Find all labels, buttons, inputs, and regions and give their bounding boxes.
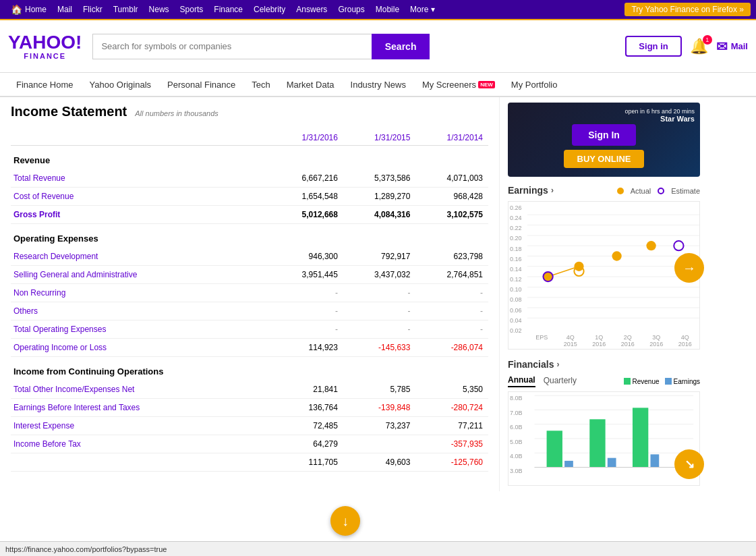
financials-arrow[interactable]: › xyxy=(556,360,559,369)
bar-chart-svg xyxy=(508,392,699,485)
financials-chart-wrapper: 8.0B 7.0B 6.0B 5.0B 4.0B 3.0B xyxy=(508,391,700,486)
subnav-yahoo-originals[interactable]: Yahoo Originals xyxy=(82,73,160,96)
nav-sports[interactable]: Sports xyxy=(175,0,209,19)
row-label[interactable]: Total Other Income/Expenses Net xyxy=(11,381,270,399)
subnav-tech[interactable]: Tech xyxy=(243,73,278,96)
row-label[interactable]: Earnings Before Interest and Taxes xyxy=(11,399,270,417)
nav-mail[interactable]: Mail xyxy=(52,0,78,19)
down-right-arrow-icon: ↘ xyxy=(685,457,695,472)
nav-more[interactable]: More ▾ xyxy=(405,0,440,19)
buy-online-button[interactable]: BUY ONLINE xyxy=(564,150,645,168)
section-operating: Operating Expenses xyxy=(11,224,488,248)
nav-home[interactable]: 🏠 Home xyxy=(5,0,52,19)
row-label[interactable]: Income Before Tax xyxy=(11,435,270,453)
nav-tumblr[interactable]: Tumblr xyxy=(108,0,144,19)
nav-firefox[interactable]: Try Yahoo Finance on Firefox » xyxy=(624,3,751,16)
subnav-personal-finance[interactable]: Personal Finance xyxy=(159,73,243,96)
table-row: Earnings Before Interest and Taxes 136,7… xyxy=(11,399,488,417)
numbers-note: All numbers in thousands xyxy=(135,109,219,117)
financials-section: Financials › Annual Quarterly Revenue xyxy=(508,359,700,486)
subnav-market-data[interactable]: Market Data xyxy=(279,73,343,96)
top-navigation: 🏠 Home Mail Flickr Tumblr News Sports Fi… xyxy=(0,0,756,20)
ad-text: open in 6 hrs and 20 mins Star Wars xyxy=(624,108,695,123)
row-label[interactable]: Others xyxy=(11,302,270,321)
subnav-my-screeners[interactable]: My Screeners NEW xyxy=(414,73,503,96)
notification-badge: 1 xyxy=(703,35,712,45)
table-row: Selling General and Administrative 3,951… xyxy=(11,266,488,284)
nav-celebrity[interactable]: Celebrity xyxy=(248,0,291,19)
bar-earnings-2 xyxy=(608,458,616,468)
financials-tabs: Annual Quarterly Revenue Earnings xyxy=(508,375,700,387)
nav-flickr[interactable]: Flickr xyxy=(78,0,108,19)
subnav-my-portfolio[interactable]: My Portfolio xyxy=(503,73,566,96)
income-table: 1/31/2016 1/31/2015 1/31/2014 Revenue To… xyxy=(11,130,488,472)
row-label[interactable]: Non Recurring xyxy=(11,284,270,302)
table-row: Total Other Income/Expenses Net 21,841 5… xyxy=(11,381,488,399)
table-row: Operating Income or Loss 114,923 -145,63… xyxy=(11,339,488,357)
main-layout: Income Statement All numbers in thousand… xyxy=(0,97,756,491)
yahoo-logo[interactable]: YAHOO! FINANCE xyxy=(8,33,82,60)
search-input[interactable] xyxy=(92,34,371,59)
new-badge: NEW xyxy=(478,81,495,88)
earnings-svg xyxy=(527,204,699,339)
col-header-label xyxy=(11,130,270,146)
ad-banner: open in 6 hrs and 20 mins Star Wars Sign… xyxy=(508,103,700,177)
row-label xyxy=(11,453,270,472)
sign-in-button[interactable]: Sign in xyxy=(625,36,681,57)
row-label[interactable]: Interest Expense xyxy=(11,417,270,435)
notification-bell[interactable]: 🔔 1 xyxy=(690,38,708,55)
nav-news[interactable]: News xyxy=(144,0,175,19)
section-revenue-label: Revenue xyxy=(11,146,270,170)
header-right: Sign in 🔔 1 ✉ Mail xyxy=(625,36,748,57)
content-area: Income Statement All numbers in thousand… xyxy=(0,97,499,491)
row-label[interactable]: Operating Income or Loss xyxy=(11,339,270,357)
bar-revenue-1 xyxy=(547,430,562,467)
actual-dot xyxy=(617,188,624,194)
bar-revenue-3 xyxy=(633,408,648,467)
col-header-2016: 1/31/2016 xyxy=(270,130,343,146)
tab-quarterly[interactable]: Quarterly xyxy=(544,376,577,387)
table-row: Cost of Revenue 1,654,548 1,289,270 968,… xyxy=(11,188,488,206)
ad-signin-button[interactable]: Sign In xyxy=(572,124,636,146)
row-label[interactable]: Gross Profit xyxy=(11,206,270,224)
search-button[interactable]: Search xyxy=(372,34,430,59)
row-label[interactable]: Cost of Revenue xyxy=(11,188,270,206)
earnings-next-button[interactable]: → xyxy=(674,253,704,283)
bar-earnings-3 xyxy=(651,454,660,467)
actual-dot-2q2016[interactable] xyxy=(612,251,621,260)
nav-groups[interactable]: Groups xyxy=(332,0,370,19)
tab-annual[interactable]: Annual xyxy=(508,375,535,387)
nav-finance[interactable]: Finance xyxy=(208,0,248,19)
subnav-finance-home[interactable]: Finance Home xyxy=(8,73,82,96)
chart-y-labels: 0.26 0.24 0.22 0.20 0.18 0.16 0.14 0.12 … xyxy=(510,204,522,334)
earnings-legend: Actual Estimate xyxy=(617,187,700,195)
earnings-chart: 0.26 0.24 0.22 0.20 0.18 0.16 0.14 0.12 … xyxy=(508,201,700,350)
row-label[interactable]: Total Operating Expenses xyxy=(11,321,270,339)
row-label[interactable]: Research Development xyxy=(11,248,270,266)
subnav-industry-news[interactable]: Industry News xyxy=(343,73,414,96)
section-continuing: Income from Continuing Operations xyxy=(11,357,488,381)
table-row: Gross Profit 5,012,668 4,084,316 3,102,5… xyxy=(11,206,488,224)
col-header-2015: 1/31/2015 xyxy=(343,130,416,146)
nav-mobile[interactable]: Mobile xyxy=(370,0,405,19)
section-continuing-label: Income from Continuing Operations xyxy=(11,357,270,381)
finance-wordmark: FINANCE xyxy=(24,52,66,60)
bar-y-labels: 8.0B 7.0B 6.0B 5.0B 4.0B 3.0B xyxy=(510,395,523,474)
chart-x-labels: EPS 4Q2015 1Q2016 2Q2016 3Q2016 4Q2016 xyxy=(527,334,699,348)
nav-answers[interactable]: Answers xyxy=(291,0,332,19)
financials-legend: Revenue Earnings xyxy=(624,378,701,385)
financials-next-button[interactable]: ↘ xyxy=(674,449,704,479)
revenue-legend-box xyxy=(624,378,631,385)
mail-link[interactable]: ✉ Mail xyxy=(716,38,748,55)
earnings-arrow[interactable]: › xyxy=(551,186,554,195)
row-val-2015: 5,373,586 xyxy=(343,169,416,188)
bar-revenue-2 xyxy=(589,419,605,467)
row-val-2016: 6,667,216 xyxy=(270,169,343,188)
table-row: Research Development 946,300 792,917 623… xyxy=(11,248,488,266)
row-label[interactable]: Total Revenue xyxy=(11,169,270,188)
table-row: Interest Expense 72,485 73,237 77,211 xyxy=(11,417,488,435)
table-row: Total Revenue 6,667,216 5,373,586 4,071,… xyxy=(11,169,488,188)
row-label[interactable]: Selling General and Administrative xyxy=(11,266,270,284)
income-title: Income Statement xyxy=(11,104,127,119)
actual-dot-3q2016[interactable] xyxy=(646,241,656,250)
